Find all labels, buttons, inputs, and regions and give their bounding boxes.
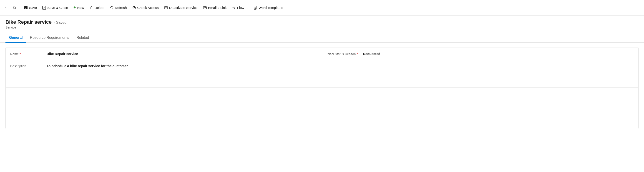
deactivate-icon [164,6,168,10]
flow-icon [232,6,236,10]
back-icon: ← [4,6,8,10]
back-button[interactable]: ← [3,4,10,11]
word-templates-icon [254,6,257,10]
name-value[interactable]: Bike Repair service [46,52,318,56]
initial-status-label: Initial Status Reason * [326,52,363,56]
save-label: Save [29,6,37,10]
name-field: Name * Bike Repair service [10,52,318,56]
description-row: Description To schedule a bike repair se… [6,60,638,88]
name-status-row: Name * Bike Repair service Initial Statu… [6,47,638,60]
svg-rect-3 [203,7,206,9]
refresh-button[interactable]: Refresh [108,4,129,11]
initial-status-required: * [356,52,358,56]
new-button[interactable]: + New [71,4,86,11]
email-link-button[interactable]: Email a Link [201,4,229,11]
tabs-container: General Resource Requirements Related [0,33,644,43]
save-close-label: Save & Close [47,6,68,10]
save-icon [24,6,28,10]
page-header: Bike Repair service - Saved Service [0,16,644,29]
new-label: New [77,6,84,10]
description-label: Description [10,64,46,68]
email-link-label: Email a Link [208,6,227,10]
toolbar-divider-1 [20,4,20,11]
delete-icon [90,6,93,10]
check-access-icon [132,6,136,10]
save-button[interactable]: Save [22,4,39,11]
word-templates-button[interactable]: Word Templates ⌄ [251,4,289,11]
page-subtitle: Service [6,26,638,29]
name-label: Name * [10,52,46,56]
page-saved-status: - Saved [54,21,66,25]
empty-space [6,88,638,129]
save-close-button[interactable]: Save & Close [40,4,70,11]
word-templates-label: Word Templates [258,6,283,10]
initial-status-value[interactable]: Requested [363,52,634,56]
name-required: * [20,52,21,56]
email-icon [203,6,207,10]
initial-status-field: Initial Status Reason * Requested [318,52,634,56]
flow-chevron-icon: ⌄ [246,6,248,9]
page-title: Bike Repair service [6,19,52,25]
new-icon: + [74,5,76,10]
refresh-label: Refresh [115,6,127,10]
deactivate-label: Deactivate Service [169,6,198,10]
description-value[interactable]: To schedule a bike repair service for th… [46,64,634,68]
check-access-label: Check Access [137,6,159,10]
restore-icon: ⧉ [13,6,16,10]
restore-button[interactable]: ⧉ [11,4,18,11]
svg-rect-0 [42,6,46,9]
tab-resource-requirements[interactable]: Resource Requirements [26,33,73,43]
refresh-icon [110,6,114,10]
tab-related[interactable]: Related [73,33,92,43]
form-area: Name * Bike Repair service Initial Statu… [0,43,644,133]
tab-general[interactable]: General [6,33,26,43]
delete-button[interactable]: Delete [87,4,107,11]
form-card: Name * Bike Repair service Initial Statu… [6,47,638,129]
toolbar: ← ⧉ Save Save & Close + New Delete [0,0,644,16]
flow-label: Flow [237,6,244,10]
save-close-icon [42,6,46,10]
check-access-button[interactable]: Check Access [130,4,161,11]
word-templates-chevron-icon: ⌄ [285,6,287,9]
delete-label: Delete [94,6,104,10]
flow-button[interactable]: Flow ⌄ [230,4,250,11]
deactivate-button[interactable]: Deactivate Service [162,4,200,11]
